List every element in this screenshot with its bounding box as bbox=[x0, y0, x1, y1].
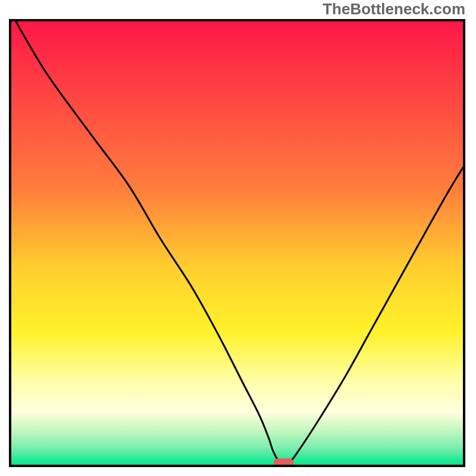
optimum-marker bbox=[274, 459, 293, 465]
plot-area bbox=[11, 21, 463, 465]
watermark-text: TheBottleneck.com bbox=[322, 0, 465, 18]
chart-svg bbox=[11, 21, 463, 465]
gradient-background bbox=[11, 21, 463, 465]
plot-frame bbox=[9, 19, 465, 467]
bottleneck-chart: TheBottleneck.com bbox=[0, 0, 476, 476]
